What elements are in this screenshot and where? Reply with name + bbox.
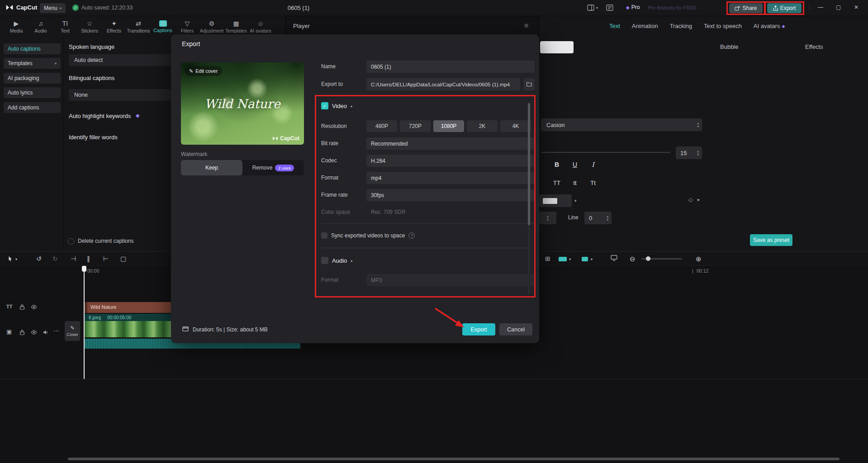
watermark-keep-button[interactable]: Keep xyxy=(181,160,242,175)
edit-cover-button[interactable]: ✎ Edit cover xyxy=(185,66,222,76)
stroke-chevron-icon[interactable]: ▸ xyxy=(697,197,700,203)
resolution-1080p[interactable]: 1080P xyxy=(433,120,464,132)
tab-audio[interactable]: ♫Audio xyxy=(29,20,52,33)
playhead[interactable] xyxy=(84,266,85,379)
video-checkbox[interactable]: ✓ xyxy=(321,102,328,109)
format-select[interactable]: mp4▾ xyxy=(366,172,535,184)
dialog-scrollbar[interactable] xyxy=(528,103,530,295)
subtab-selected-pill[interactable] xyxy=(540,41,574,53)
horizontal-scrollbar[interactable] xyxy=(68,458,840,460)
text-color-select[interactable] xyxy=(539,194,572,207)
video-track-eye-icon[interactable] xyxy=(31,329,37,337)
tab-effects[interactable]: ✦Effects xyxy=(102,20,126,33)
select-cursor-icon[interactable] xyxy=(7,255,14,264)
crop-icon[interactable]: ▢ xyxy=(120,255,126,262)
delete-captions-checkbox[interactable] xyxy=(68,238,74,245)
audio-format-select[interactable]: MP3▾ xyxy=(366,274,535,286)
tab-text-settings[interactable]: Text xyxy=(609,23,620,29)
stroke-diamond-icon[interactable]: ◇ xyxy=(688,196,693,203)
cover-button[interactable]: ✎ Cover xyxy=(65,321,80,341)
tab-text[interactable]: TIText xyxy=(53,20,77,33)
audio-checkbox[interactable] xyxy=(321,257,328,264)
line-stepper-left[interactable]: ▴▾ xyxy=(539,212,556,224)
tab-transitions[interactable]: ⇄Transitions xyxy=(127,20,150,33)
tab-tracking[interactable]: Tracking xyxy=(670,23,692,29)
tab-animation[interactable]: Animation xyxy=(632,23,658,29)
close-button[interactable]: ✕ xyxy=(854,4,859,10)
color-chevron-icon[interactable]: ▾ xyxy=(574,198,577,203)
tab-ai-avatars[interactable]: ☺AI avatars xyxy=(249,20,272,33)
tab-adjustment[interactable]: ⚙Adjustment xyxy=(200,20,223,33)
zoom-out-icon[interactable]: ⊖ xyxy=(630,255,636,263)
sidebar-item-ai-packaging[interactable]: AI packaging xyxy=(4,73,61,84)
export-path-input[interactable]: C:/Users/DELL/AppData/Local/CapCut/Video… xyxy=(366,78,520,90)
sidebar-item-auto-captions[interactable]: Auto captions xyxy=(4,43,61,54)
lowercase-button[interactable]: tt xyxy=(567,176,583,189)
undo-icon[interactable]: ↺ xyxy=(36,255,42,262)
text-track-eye-icon[interactable] xyxy=(31,304,37,312)
panel-list-icon[interactable] xyxy=(606,5,613,12)
tab-templates[interactable]: ▦Templates xyxy=(224,20,248,33)
trim-left-icon[interactable]: ⊣ xyxy=(71,255,76,262)
maximize-button[interactable]: ▢ xyxy=(836,4,841,10)
text-track-lock-icon[interactable] xyxy=(19,304,25,312)
cursor-chevron-icon[interactable]: ▾ xyxy=(15,257,17,261)
line-value-stepper[interactable]: ▴▾ xyxy=(607,215,612,221)
help-icon[interactable]: ? xyxy=(408,232,415,239)
titlecase-button[interactable]: Tt xyxy=(585,176,601,189)
tab-stickers[interactable]: ☆Stickers xyxy=(78,20,101,33)
trim-right-icon[interactable]: ⊢ xyxy=(103,255,109,262)
subtab-effects[interactable]: Effects xyxy=(805,43,823,50)
sidebar-item-add-captions[interactable]: Add captions xyxy=(4,102,61,113)
resolution-720p[interactable]: 720P xyxy=(400,120,431,132)
audio-collapse-icon[interactable]: ▴ xyxy=(351,259,352,263)
player-menu-icon[interactable]: ≡ xyxy=(524,22,528,30)
save-as-preset-button[interactable]: Save as preset xyxy=(750,234,792,246)
clip-left-handle[interactable] xyxy=(84,302,87,313)
sync-checkbox[interactable] xyxy=(321,232,327,239)
track-height-icon[interactable] xyxy=(559,257,567,261)
cancel-button[interactable]: Cancel xyxy=(499,323,532,335)
bitrate-select[interactable]: Recommended▾ xyxy=(366,137,535,150)
font-select[interactable]: Casion ▴▾ xyxy=(541,118,702,131)
bold-button[interactable]: B xyxy=(549,158,564,171)
size-slider-track[interactable] xyxy=(541,152,670,153)
framerate-select[interactable]: 30fps▾ xyxy=(366,189,535,201)
tab-ai-avatars-right[interactable]: AI avatars◆ xyxy=(754,23,785,29)
italic-button[interactable]: I xyxy=(585,158,601,171)
video-track-lock-icon[interactable] xyxy=(19,329,25,337)
tab-media[interactable]: ▶Media xyxy=(5,20,28,33)
layout-chevron-icon[interactable]: ▾ xyxy=(596,6,598,10)
font-stepper[interactable]: ▴▾ xyxy=(697,122,702,128)
video-track-mute-icon[interactable] xyxy=(43,329,49,337)
layout-toggle-icon[interactable] xyxy=(587,5,594,12)
uppercase-button[interactable]: TT xyxy=(549,176,564,189)
export-button-top[interactable]: Export xyxy=(767,3,802,13)
watermark-remove-button[interactable]: Remove 2 uses xyxy=(242,160,304,175)
pro-badge[interactable]: ◆ Pro xyxy=(626,4,640,10)
resolution-2k[interactable]: 2K xyxy=(467,120,498,132)
dialog-scrollbar-thumb[interactable] xyxy=(528,103,530,225)
font-size-stepper[interactable]: ▴▾ xyxy=(697,150,702,156)
timeline-zoom-handle[interactable] xyxy=(646,256,650,261)
name-input[interactable]: 0605 (1) xyxy=(366,61,535,73)
video-collapse-icon[interactable]: ▴ xyxy=(351,104,352,108)
codec-select[interactable]: H.264▾ xyxy=(366,155,535,167)
sidebar-item-templates[interactable]: Templates▾ xyxy=(4,58,61,69)
line-value-input[interactable]: 0 ▴▾ xyxy=(584,212,612,224)
minimize-button[interactable]: — xyxy=(818,4,823,10)
menu-button[interactable]: Menu ▾ xyxy=(40,3,66,13)
preview-axis-icon[interactable] xyxy=(611,255,617,262)
tab-captions[interactable]: ≡Captions xyxy=(151,20,175,33)
resolution-4k[interactable]: 4K xyxy=(500,120,531,132)
track-height-chevron-icon[interactable]: ▾ xyxy=(569,257,571,261)
frames-view-icon[interactable]: ⊞ xyxy=(545,255,550,262)
tab-filters[interactable]: ▽Filters xyxy=(175,20,199,33)
browse-folder-button[interactable] xyxy=(524,78,535,90)
redo-icon[interactable]: ↻ xyxy=(52,255,58,262)
sidebar-item-auto-lyrics[interactable]: Auto lyrics xyxy=(4,87,61,98)
zoom-in-icon[interactable]: ⊕ xyxy=(696,255,702,263)
tab-text-to-speech[interactable]: Text to speech xyxy=(704,23,742,29)
font-size-input[interactable]: 15 ▴▾ xyxy=(676,146,702,159)
underline-button[interactable]: U xyxy=(567,158,583,171)
